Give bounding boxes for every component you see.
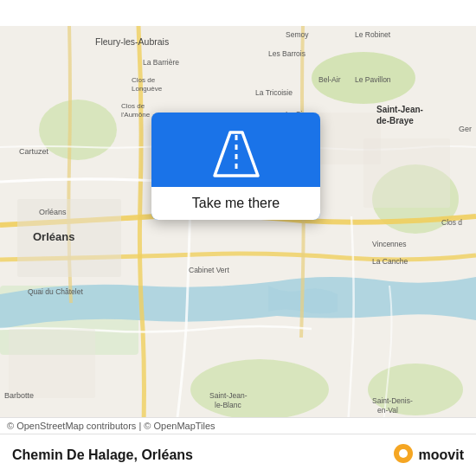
svg-text:Cartuzet: Cartuzet: [19, 147, 49, 156]
svg-text:Le Pavillon: Le Pavillon: [355, 75, 391, 84]
svg-text:Les Barrois: Les Barrois: [268, 49, 306, 58]
svg-point-42: [399, 449, 408, 458]
svg-text:Longuève: Longuève: [132, 85, 163, 93]
svg-text:La Tricoisie: La Tricoisie: [255, 88, 293, 97]
svg-rect-10: [363, 138, 450, 208]
svg-text:l'Aumône: l'Aumône: [121, 111, 151, 119]
svg-point-5: [190, 359, 329, 420]
svg-text:Saint-Jean-: Saint-Jean-: [376, 105, 423, 114]
svg-text:de-Braye: de-Braye: [376, 116, 414, 125]
action-card: Take me there: [151, 113, 320, 220]
moovit-pin-icon: [391, 443, 415, 467]
svg-text:Saint-Jean-: Saint-Jean-: [209, 391, 248, 400]
attribution-text: © OpenStreetMap contributors | © OpenMap…: [7, 421, 215, 431]
svg-text:le-Blanc: le-Blanc: [215, 401, 241, 409]
bottom-bar: © OpenStreetMap contributors | © OpenMap…: [0, 417, 476, 476]
svg-text:Barbotte: Barbotte: [4, 391, 34, 400]
svg-text:Semoy: Semoy: [286, 30, 309, 39]
road-icon: [206, 128, 267, 180]
moovit-label: moovit: [419, 447, 464, 463]
svg-text:La Canche: La Canche: [372, 257, 408, 266]
moovit-logo: moovit: [391, 443, 464, 467]
map-background: Fleury-les-Aubrais Orléans Orléans Cartu…: [0, 0, 476, 476]
svg-text:La Barrière: La Barrière: [143, 58, 179, 67]
svg-text:en-Val: en-Val: [377, 406, 398, 415]
attribution-bar: © OpenStreetMap contributors | © OpenMap…: [0, 418, 476, 434]
svg-text:Cabinet Vert: Cabinet Vert: [189, 266, 229, 274]
svg-text:Le Robinet: Le Robinet: [355, 30, 391, 39]
svg-text:Saint-Denis-: Saint-Denis-: [372, 396, 413, 405]
svg-rect-8: [9, 329, 95, 398]
location-bar: Chemin De Halage, Orléans moovit: [0, 434, 476, 476]
svg-text:Orléans: Orléans: [39, 208, 67, 216]
svg-text:Ger: Ger: [459, 125, 472, 133]
svg-text:Clos de: Clos de: [132, 76, 156, 84]
svg-text:Bel-Air: Bel-Air: [318, 75, 341, 84]
location-label: Chemin De Halage, Orléans: [12, 447, 193, 463]
svg-text:Quai du Châtelet: Quai du Châtelet: [28, 287, 83, 296]
take-me-there-button[interactable]: Take me there: [151, 187, 320, 220]
svg-point-3: [39, 100, 117, 160]
svg-text:Orléans: Orléans: [33, 230, 74, 243]
svg-text:Clos d: Clos d: [441, 218, 462, 227]
map-container: Fleury-les-Aubrais Orléans Orléans Cartu…: [0, 0, 476, 476]
svg-text:Clos de: Clos de: [121, 102, 145, 110]
svg-text:Fleury-les-Aubrais: Fleury-les-Aubrais: [95, 36, 169, 47]
svg-text:Vincennes: Vincennes: [372, 240, 407, 248]
